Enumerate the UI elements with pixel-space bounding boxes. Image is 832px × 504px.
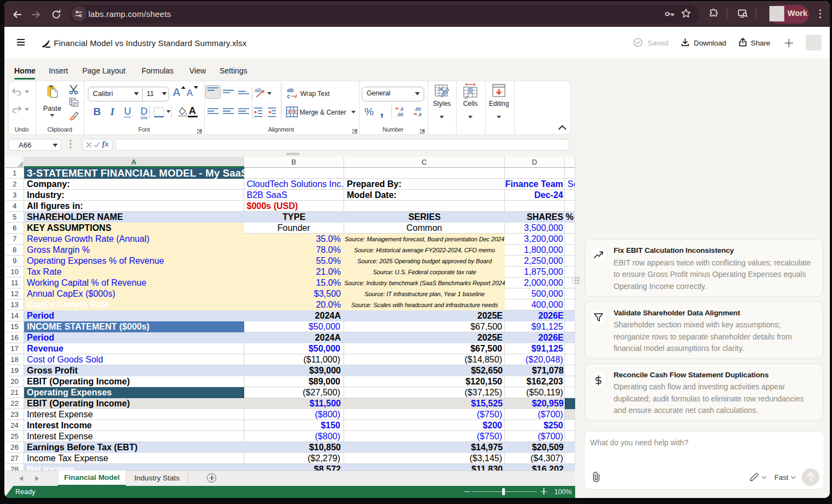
svg-text:.00: .00 [397,112,403,117]
svg-text:c: c [287,93,290,99]
svg-text:ab: ab [255,87,261,93]
svg-text:.0: .0 [400,106,403,112]
svg-text:.0: .0 [418,112,421,117]
svg-text:.00: .00 [414,106,421,112]
